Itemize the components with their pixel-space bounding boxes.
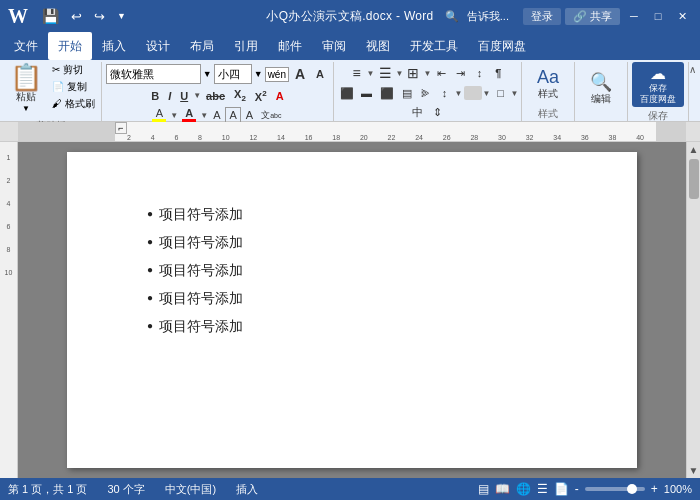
line-spacing-btn[interactable]: ↕ — [436, 84, 454, 102]
numbered-list-btn[interactable]: ☰ — [376, 64, 395, 82]
char-border-btn[interactable]: A — [225, 107, 240, 123]
menu-file[interactable]: 文件 — [4, 32, 48, 60]
undo-btn[interactable]: ↩ — [67, 7, 86, 26]
minimize-btn[interactable]: ─ — [624, 6, 644, 26]
list-item[interactable]: ● 项目符号添加 — [147, 256, 577, 284]
align-right-btn[interactable]: ⬛ — [377, 84, 397, 102]
show-marks-btn[interactable]: ¶ — [489, 64, 507, 82]
align-center-btn[interactable]: ▬ — [358, 84, 376, 102]
bullet-list-btn[interactable]: ≡ — [348, 64, 366, 82]
align-left-btn[interactable]: ⬛ — [337, 84, 357, 102]
list-item-text: 项目符号添加 — [159, 284, 243, 312]
editing-label: 编辑 — [591, 93, 611, 105]
format-painter-button[interactable]: 🖌 格式刷 — [50, 96, 97, 112]
document-page[interactable]: ● 项目符号添加 ● 项目符号添加 ● 项目符号添加 ● 项目符号添加 ● — [67, 152, 637, 468]
view-draft-icon[interactable]: 📄 — [554, 482, 569, 496]
clear-format-button[interactable]: A — [272, 88, 288, 104]
bold-button[interactable]: B — [147, 88, 163, 104]
menu-home[interactable]: 开始 — [48, 32, 92, 60]
menu-review[interactable]: 审阅 — [312, 32, 356, 60]
subscript-button[interactable]: X2 — [230, 86, 250, 105]
char-color2-btn[interactable]: A — [243, 108, 256, 122]
ribbon-expand-btn[interactable]: ∧ — [689, 64, 696, 121]
menu-view[interactable]: 视图 — [356, 32, 400, 60]
numbered-dropdown[interactable]: ▼ — [396, 69, 404, 78]
font-name-dropdown[interactable]: ▼ — [203, 69, 212, 79]
list-item[interactable]: ● 项目符号添加 — [147, 284, 577, 312]
close-btn[interactable]: ✕ — [672, 6, 692, 26]
font-size-dropdown[interactable]: ▼ — [254, 69, 263, 79]
zoom-slider[interactable] — [585, 487, 645, 491]
increase-font-size-btn[interactable]: A — [291, 65, 309, 83]
justify-btn[interactable]: ▤ — [398, 84, 416, 102]
styles-button[interactable]: Aa 样式 — [526, 62, 570, 105]
list-item[interactable]: ● 项目符号添加 — [147, 200, 577, 228]
vertical-scrollbar[interactable]: ▲ ▼ — [686, 142, 700, 478]
multilevel-list-btn[interactable]: ⊞ — [404, 64, 422, 82]
highlight-dropdown[interactable]: ▼ — [170, 111, 178, 120]
document-content: ● 项目符号添加 ● 项目符号添加 ● 项目符号添加 ● 项目符号添加 ● — [147, 200, 577, 340]
zoom-handle[interactable] — [627, 484, 637, 494]
scroll-up-arrow[interactable]: ▲ — [687, 142, 700, 157]
copy-button[interactable]: 📄 复制 — [50, 79, 97, 95]
baidu-save-button[interactable]: ☁ 保存 百度网盘 — [632, 62, 684, 107]
redo-btn[interactable]: ↪ — [90, 7, 109, 26]
zoom-percent[interactable]: 100% — [664, 483, 692, 495]
maximize-btn[interactable]: □ — [648, 6, 668, 26]
paragraph-group: ≡ ▼ ☰ ▼ ⊞ ▼ ⇤ ⇥ ↕ ¶ ⬛ ▬ ⬛ ▤ ⫸ ↕ ▼ ▼ □ ▼ … — [334, 62, 522, 121]
view-web-icon[interactable]: 🌐 — [516, 482, 531, 496]
border-btn[interactable]: □ — [491, 84, 509, 102]
clipboard-smalls: ✂ 剪切 📄 复制 🖌 格式刷 — [50, 62, 97, 112]
underline-button[interactable]: U — [176, 88, 192, 104]
view-normal-icon[interactable]: ▤ — [478, 482, 489, 496]
list-item[interactable]: ● 项目符号添加 — [147, 228, 577, 256]
linespacing-dropdown[interactable]: ▼ — [455, 89, 463, 98]
login-btn[interactable]: 登录 — [523, 8, 561, 25]
superscript-button[interactable]: X2 — [251, 87, 271, 105]
tell-me-btn[interactable]: 🔍 告诉我... — [440, 8, 519, 25]
para-spacing-btn[interactable]: ⇕ — [428, 103, 446, 121]
bullet-dropdown[interactable]: ▼ — [367, 69, 375, 78]
menu-layout[interactable]: 布局 — [180, 32, 224, 60]
editing-button[interactable]: 🔍 编辑 — [579, 62, 623, 114]
underline-dropdown[interactable]: ▼ — [193, 91, 201, 100]
view-outline-icon[interactable]: ☰ — [537, 482, 548, 496]
increase-indent-btn[interactable]: ⇥ — [451, 64, 469, 82]
multilevel-dropdown[interactable]: ▼ — [423, 69, 431, 78]
decrease-indent-btn[interactable]: ⇤ — [432, 64, 450, 82]
paste-dropdown-arrow[interactable]: ▼ — [22, 104, 30, 113]
document-scroll[interactable]: ● 项目符号添加 ● 项目符号添加 ● 项目符号添加 ● 项目符号添加 ● — [18, 142, 686, 478]
quick-access-dropdown[interactable]: ▼ — [113, 9, 130, 23]
menu-design[interactable]: 设计 — [136, 32, 180, 60]
view-read-icon[interactable]: 📖 — [495, 482, 510, 496]
menu-mailings[interactable]: 邮件 — [268, 32, 312, 60]
scroll-down-arrow[interactable]: ▼ — [687, 463, 700, 478]
chinese-layout-btn[interactable]: 中 — [408, 103, 426, 121]
menu-references[interactable]: 引用 — [224, 32, 268, 60]
zoom-out-btn[interactable]: - — [575, 482, 579, 496]
distribute-btn[interactable]: ⫸ — [417, 84, 435, 102]
paste-button[interactable]: 📋 粘贴 ▼ — [6, 62, 46, 115]
strikethrough-button[interactable]: abc — [202, 88, 229, 104]
font-name-input[interactable] — [106, 64, 201, 84]
fontcolor-dropdown[interactable]: ▼ — [200, 111, 208, 120]
decrease-font-size-btn[interactable]: A — [311, 65, 329, 83]
menu-developer[interactable]: 开发工具 — [400, 32, 468, 60]
cut-button[interactable]: ✂ 剪切 — [50, 62, 97, 78]
text-effect-button[interactable]: A — [210, 108, 223, 122]
sort-btn[interactable]: ↕ — [470, 64, 488, 82]
scroll-thumb[interactable] — [689, 159, 699, 199]
phonetic-btn[interactable]: 文abc — [258, 108, 284, 123]
font-size-input[interactable] — [214, 64, 252, 84]
border-dropdown[interactable]: ▼ — [510, 89, 518, 98]
save-quick-btn[interactable]: 💾 — [38, 6, 63, 26]
shading-btn[interactable] — [464, 86, 482, 100]
zoom-in-btn[interactable]: + — [651, 482, 658, 496]
editing-icon: 🔍 — [590, 71, 612, 93]
menu-insert[interactable]: 插入 — [92, 32, 136, 60]
menu-baidu[interactable]: 百度网盘 — [468, 32, 536, 60]
italic-button[interactable]: I — [164, 88, 175, 104]
shading-dropdown[interactable]: ▼ — [483, 89, 491, 98]
share-btn[interactable]: 🔗 共享 — [565, 8, 620, 25]
list-item[interactable]: ● 项目符号添加 — [147, 312, 577, 340]
